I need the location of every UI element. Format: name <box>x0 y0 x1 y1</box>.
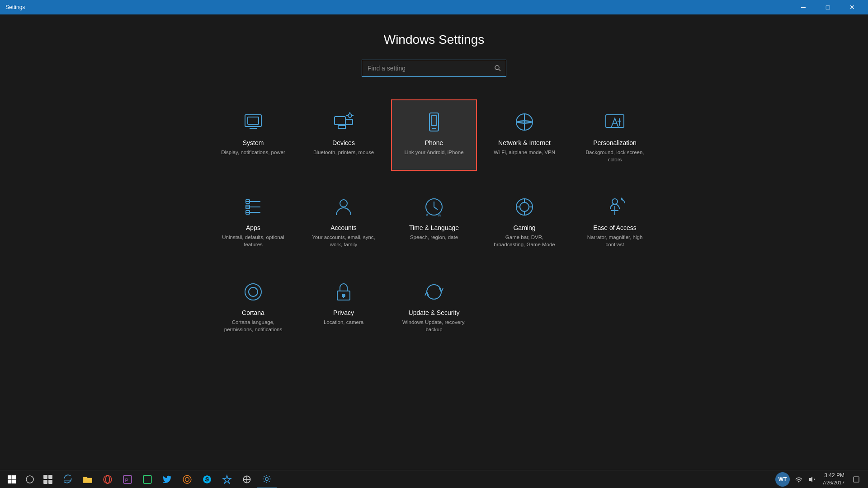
svg-point-44 <box>249 287 258 296</box>
cortana-desc: Cortana language, permissions, notificat… <box>218 319 288 333</box>
app2-icon <box>142 474 152 484</box>
app1-icon: P <box>123 474 132 484</box>
clock-date: 7/26/2017 <box>822 479 844 486</box>
app2-button[interactable] <box>137 470 157 488</box>
devices-desc: Bluetooth, printers, mouse <box>313 149 374 156</box>
time-name: Time & Language <box>409 224 459 231</box>
opera-button[interactable] <box>98 470 118 488</box>
settings-app-button[interactable] <box>257 470 277 488</box>
search-container <box>362 60 506 77</box>
svg-rect-50 <box>48 475 52 479</box>
app1-button[interactable]: P <box>118 470 137 488</box>
svg-rect-6 <box>335 117 345 125</box>
apps-icon <box>241 194 266 220</box>
update-name: Update & Security <box>409 309 460 316</box>
app5-icon <box>242 474 252 484</box>
app-title: Settings <box>5 4 25 10</box>
network-desc: Wi-Fi, airplane mode, VPN <box>494 149 555 156</box>
skype-button[interactable] <box>197 470 217 488</box>
svg-rect-7 <box>345 119 353 125</box>
volume-icon-button[interactable] <box>806 470 819 488</box>
personalization-name: Personalization <box>593 139 637 146</box>
svg-point-43 <box>245 284 261 300</box>
cortana-icon <box>241 279 266 305</box>
windows-icon <box>8 475 16 483</box>
personalization-icon <box>602 109 627 135</box>
settings-item-update[interactable]: Update & Security Windows Update, recove… <box>391 269 477 341</box>
settings-item-network[interactable]: Network & Internet Wi-Fi, airplane mode,… <box>481 99 567 171</box>
svg-point-53 <box>104 475 112 483</box>
settings-item-privacy[interactable]: Privacy Location, camera <box>301 269 387 341</box>
svg-point-29 <box>340 200 347 207</box>
settings-item-devices[interactable]: Devices Bluetooth, printers, mouse <box>301 99 387 171</box>
svg-rect-49 <box>43 475 47 479</box>
accounts-desc: Your accounts, email, sync, work, family <box>308 234 379 248</box>
settings-item-accounts[interactable]: Accounts Your accounts, email, sync, wor… <box>301 184 387 256</box>
svg-point-0 <box>495 66 499 70</box>
clock-time: 3:42 PM <box>822 472 844 479</box>
clock-display[interactable]: 3:42 PM 7/26/2017 <box>820 470 847 488</box>
svg-point-46 <box>342 294 345 297</box>
app3-button[interactable] <box>177 470 197 488</box>
close-button[interactable]: ✕ <box>842 0 863 14</box>
svg-rect-52 <box>48 480 52 484</box>
network-icon <box>512 109 537 135</box>
file-explorer-button[interactable] <box>78 470 98 488</box>
twitter-button[interactable] <box>157 470 177 488</box>
maximize-button[interactable]: □ <box>817 0 838 14</box>
gaming-desc: Game bar, DVR, broadcasting, Game Mode <box>489 234 560 248</box>
svg-point-63 <box>265 477 269 480</box>
settings-item-ease[interactable]: Ease of Access Narrator, magnifier, high… <box>572 184 658 256</box>
folder-icon <box>83 474 93 484</box>
svg-line-1 <box>499 69 500 71</box>
user-avatar[interactable]: WT <box>775 472 790 487</box>
settings-item-system[interactable]: System Display, notifications, power <box>210 99 296 171</box>
time-icon: A あ <box>421 194 447 220</box>
network-icon-button[interactable] <box>793 470 805 488</box>
start-button[interactable] <box>2 470 22 488</box>
gaming-name: Gaming <box>513 224 535 231</box>
app5-button[interactable] <box>237 470 257 488</box>
ease-desc: Narrator, magnifier, high contrast <box>580 234 650 248</box>
gaming-icon <box>512 194 537 220</box>
settings-item-gaming[interactable]: Gaming Game bar, DVR, broadcasting, Game… <box>481 184 567 256</box>
settings-item-cortana[interactable]: Cortana Cortana language, permissions, n… <box>210 269 296 341</box>
minimize-button[interactable]: ─ <box>793 0 814 14</box>
search-input[interactable] <box>362 60 506 77</box>
network-name: Network & Internet <box>498 139 551 146</box>
notification-icon <box>853 476 860 483</box>
svg-rect-65 <box>854 477 859 482</box>
phone-name: Phone <box>425 139 443 146</box>
app4-icon <box>222 474 232 484</box>
settings-item-personalization[interactable]: Personalization Background, lock screen,… <box>572 99 658 171</box>
volume-icon <box>809 476 816 483</box>
system-desc: Display, notifications, power <box>221 149 285 156</box>
svg-point-59 <box>185 477 189 481</box>
update-icon <box>421 279 447 305</box>
ease-name: Ease of Access <box>593 224 637 231</box>
search-button[interactable] <box>489 60 506 77</box>
settings-item-time[interactable]: A あ Time & Language Speech, region, date <box>391 184 477 256</box>
app4-button[interactable] <box>217 470 237 488</box>
cortana-name: Cortana <box>242 309 264 316</box>
twitter-icon <box>162 474 172 484</box>
personalization-desc: Background, lock screen, colors <box>580 149 650 163</box>
edge-icon <box>63 474 73 484</box>
settings-item-phone[interactable]: Phone Link your Android, iPhone <box>391 99 477 171</box>
notification-button[interactable] <box>848 470 864 488</box>
taskbar-apps: P <box>38 470 774 488</box>
phone-desc: Link your Android, iPhone <box>404 149 463 156</box>
svg-point-48 <box>26 476 33 483</box>
skype-icon <box>202 474 212 484</box>
page-title: Windows Settings <box>384 33 485 47</box>
cortana-icon <box>25 475 34 484</box>
settings-item-apps[interactable]: Apps Uninstall, defaults, optional featu… <box>210 184 296 256</box>
edge-button[interactable] <box>58 470 78 488</box>
svg-text:A: A <box>426 213 429 217</box>
apps-name: Apps <box>246 224 260 231</box>
devices-name: Devices <box>332 139 355 146</box>
cortana-button[interactable] <box>22 470 38 488</box>
task-view-button[interactable] <box>38 470 58 488</box>
gear-taskbar-icon <box>262 474 272 484</box>
opera-icon <box>103 474 113 484</box>
